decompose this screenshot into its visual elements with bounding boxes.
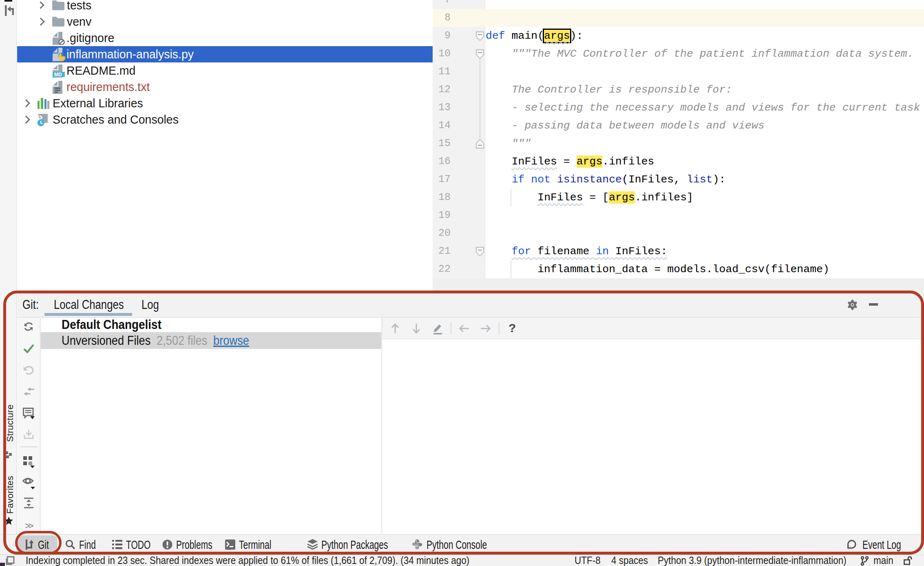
svg-text:MD: MD [54,72,62,78]
